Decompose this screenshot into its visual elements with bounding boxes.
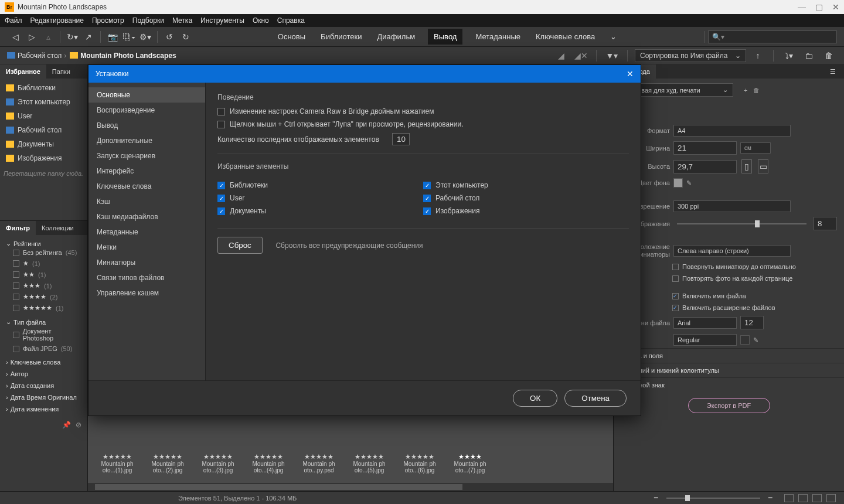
nav-scripts[interactable]: Запуск сценариев [89,148,205,164]
nav-output[interactable]: Вывод [89,118,205,133]
camera-button[interactable]: 📷 [106,30,120,44]
menu-file[interactable]: Файл [5,16,22,25]
bg-color-swatch[interactable] [673,178,683,188]
minimize-icon[interactable]: — [798,2,806,12]
cb-fav-user[interactable] [217,195,225,202]
clear-filter-icon[interactable]: ⊘ [76,421,81,429]
section-header-footer[interactable]: ›Верхний и нижний колонтитулы [614,363,844,377]
menu-window[interactable]: Окно [253,16,269,25]
eyedropper-icon[interactable]: ✎ [686,179,692,187]
nav-labels[interactable]: Метки [89,240,205,255]
search-input[interactable]: 🔍▾ [708,30,837,43]
reset-warnings-button[interactable]: Сброс [217,237,263,254]
import-icon[interactable]: ⤵▾ [782,49,796,63]
format-dropdown[interactable]: A4 [673,125,791,137]
h-scrollbar[interactable] [88,483,613,491]
ws-filmstrip[interactable]: Диафильм [375,29,418,45]
fav-computer[interactable]: Этот компьютер [0,95,87,109]
thumb-4[interactable]: ★★★★★Mountain photo...(4).jpg [246,453,291,474]
rating-4[interactable]: ★★★★(2) [6,291,81,302]
back-button[interactable]: ◁ [8,30,22,44]
tab-folders[interactable]: Папки [46,64,76,79]
menu-tools[interactable]: Инструменты [200,16,244,25]
width-input[interactable] [673,141,737,155]
delete-template-icon[interactable]: 🗑 [753,87,760,94]
thumb-1[interactable]: ★★★★★Mountain photo...(1).jpg [95,453,139,474]
rating-1[interactable]: ★(1) [6,258,81,269]
unit-select[interactable]: см [740,142,771,154]
dup-button[interactable]: ⿻▾ [122,30,136,44]
thumb-3[interactable]: ★★★★★Mountain photo...(3).jpg [196,453,240,474]
funnel-icon[interactable]: ▼▾ [605,49,619,63]
cb-ctrlclick[interactable] [217,121,225,128]
nav-filetypes[interactable]: Связи типов файлов [89,270,205,285]
font-weight-dropdown[interactable]: Regular [673,334,737,346]
thumb-8[interactable]: ★★★★Mountain photo...(7).jpg [448,453,492,474]
export-pdf-button[interactable]: Экспорт в PDF [688,398,770,413]
resolution-dropdown[interactable]: 300 ppi [673,200,791,212]
fg-date-orig[interactable]: ›Дата Время Оригинал [6,394,81,401]
thumb-6[interactable]: ★★★★★Mountain photo...(5).jpg [347,453,392,474]
settings-button[interactable]: ⚙▾ [138,30,152,44]
fav-desktop[interactable]: Рабочий стол [0,123,87,137]
open-folder-icon[interactable]: 🗀 [802,49,816,63]
layout-dropdown[interactable]: Слева направо (строки) [673,245,791,257]
rating-5[interactable]: ★★★★★(1) [6,302,81,314]
ws-more[interactable]: ⌄ [608,29,619,45]
nav-metadata[interactable]: Метаданные [89,224,205,240]
add-template-icon[interactable]: + [744,87,747,94]
rotate-ccw-button[interactable]: ↺ [162,30,176,44]
nav-keywords[interactable]: Ключевые слова [89,179,205,194]
include-name-checkbox[interactable] [672,293,679,299]
ws-keywords[interactable]: Ключевые слова [533,29,597,45]
landscape-icon[interactable]: ▭ [758,159,768,173]
recent-count-input[interactable] [392,133,410,145]
tab-filter[interactable]: Фильтр [0,221,36,235]
fav-images[interactable]: Изображения [0,151,87,165]
font-size-input[interactable] [740,316,764,329]
tab-favorites[interactable]: Избранное [0,64,46,79]
nav-cache-mgmt[interactable]: Управление кэшем [89,285,205,301]
view-lock-icon[interactable] [798,494,808,502]
image-size-slider[interactable] [677,223,806,224]
pin-icon[interactable]: 📌 [62,421,71,429]
fg-author[interactable]: ›Автор [6,370,81,377]
rating-3[interactable]: ★★★(1) [6,280,81,291]
dialog-titlebar[interactable]: Установки ✕ [89,65,641,83]
nav-advanced[interactable]: Дополнительные [89,133,205,148]
filter-star-icon[interactable]: ◢ [554,49,568,63]
path-current[interactable]: Mountain Photo Landscapes [70,52,176,60]
font-dropdown[interactable]: Arial [673,317,737,329]
nav-general[interactable]: Основные [89,87,205,103]
cb-fav-libraries[interactable] [217,182,225,189]
menu-label[interactable]: Метка [172,16,192,25]
fav-documents[interactable]: Документы [0,137,87,151]
portrait-icon[interactable]: ▯ [741,159,752,173]
trash-icon[interactable]: 🗑 [822,49,836,63]
repeat-checkbox[interactable] [672,275,679,282]
fav-libraries[interactable]: Библиотеки [0,81,87,95]
fg-keywords[interactable]: ›Ключевые слова [6,359,81,366]
eyedropper-icon[interactable]: ✎ [753,336,758,344]
rotate-cw-button[interactable]: ↻ [179,30,193,44]
nav-thumbnails[interactable]: Миниатюры [89,255,205,270]
rating-2[interactable]: ★★(1) [6,269,81,280]
ws-essentials[interactable]: Основы [275,29,308,45]
close-icon[interactable]: ✕ [832,2,839,12]
section-grid[interactable]: ›Сетка и поля [614,348,844,363]
cb-fav-computer[interactable] [423,182,431,189]
fg-date-mod[interactable]: ›Дата изменения [6,406,81,413]
include-ext-checkbox[interactable] [672,305,679,311]
menu-view[interactable]: Просмотр [92,16,124,25]
font-color-swatch[interactable] [740,335,750,345]
thumb-5[interactable]: ★★★★★Mountain photo...py.psd [297,453,341,474]
nav-cache[interactable]: Кэш [89,194,205,209]
nav-media-cache[interactable]: Кэш медиафайлов [89,209,205,224]
sort-dropdown[interactable]: Сортировка по Имя файла⌄ [635,49,746,62]
zoom-out-icon[interactable]: ━ [654,494,658,502]
rating-none[interactable]: Без рейтинга (45) [6,247,81,258]
filetype-header[interactable]: ⌄Тип файла [6,318,81,326]
nav-interface[interactable]: Интерфейс [89,164,205,179]
ws-output[interactable]: Вывод [428,29,462,45]
view-list-icon[interactable] [826,494,836,502]
